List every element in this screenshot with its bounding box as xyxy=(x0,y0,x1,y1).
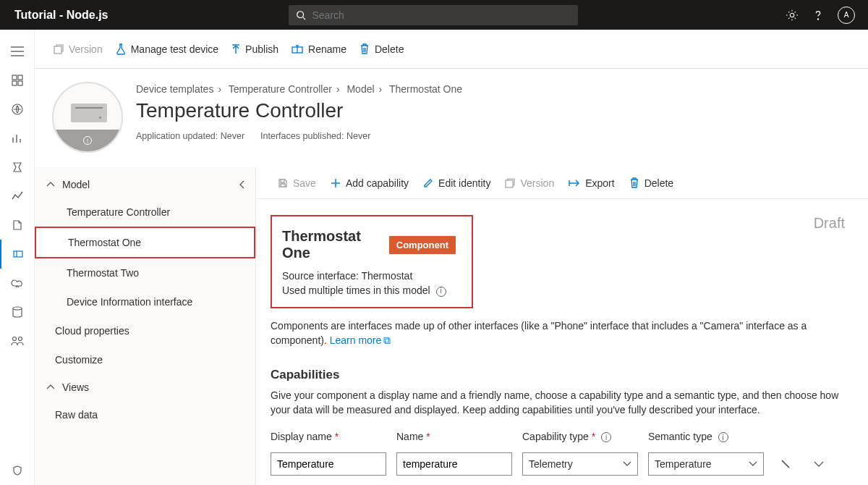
model-sidebar: Model Temperature Controller Thermostat … xyxy=(35,167,256,485)
breadcrumb-thermostat-one: Thermostat One xyxy=(389,83,462,95)
publish-icon xyxy=(231,44,240,54)
svg-rect-9 xyxy=(12,81,17,85)
col-display-name: Display name xyxy=(271,431,386,442)
rail-jobs-icon[interactable] xyxy=(0,153,35,182)
col-cap-type: Capability type i xyxy=(522,431,638,442)
svg-rect-8 xyxy=(18,75,22,80)
sidebar-item-thermostat-two[interactable]: Thermostat Two xyxy=(35,258,255,287)
search-input[interactable] xyxy=(312,9,571,21)
external-link-icon: ⧉ xyxy=(383,334,391,346)
rename-button[interactable]: Rename xyxy=(292,43,346,55)
interfaces-published-label: Interfaces published: Never xyxy=(260,131,370,141)
sidebar-item-thermostat-one[interactable]: Thermostat One xyxy=(35,227,255,258)
svg-point-19 xyxy=(18,337,22,341)
svg-point-17 xyxy=(13,307,22,310)
help-icon[interactable] xyxy=(812,9,825,22)
rail-devices-icon[interactable] xyxy=(0,95,35,124)
sidebar-model-header[interactable]: Model xyxy=(35,172,255,198)
upload-icon[interactable]: ↑ xyxy=(83,136,92,145)
delete-button[interactable]: Delete xyxy=(359,43,404,55)
publish-button[interactable]: Publish xyxy=(231,43,278,55)
sidebar-item-device-info[interactable]: Device Information interface xyxy=(35,287,255,316)
rail-rules-icon[interactable] xyxy=(0,182,35,211)
svg-rect-7 xyxy=(12,75,17,80)
capabilities-heading: Capabilities xyxy=(271,368,846,382)
component-header-block: Thermostat One Component Source interfac… xyxy=(271,215,473,308)
sidebar-item-customize[interactable]: Customize xyxy=(35,345,255,374)
learn-more-link[interactable]: Learn more⧉ xyxy=(330,334,391,346)
manage-test-device-button[interactable]: Manage test device xyxy=(116,43,218,55)
left-rail xyxy=(0,30,35,485)
app-updated-label: Application updated: Never xyxy=(136,131,244,141)
search-icon xyxy=(296,10,306,20)
rail-cloud-icon[interactable] xyxy=(0,269,35,298)
rail-dashboard-icon[interactable] xyxy=(0,66,35,95)
svg-point-0 xyxy=(297,11,304,17)
svg-rect-15 xyxy=(14,251,22,257)
avatar[interactable]: A xyxy=(838,7,855,24)
flask-icon xyxy=(116,43,126,55)
col-name: Name xyxy=(396,431,512,442)
version-icon xyxy=(54,44,64,54)
sidebar-item-temperature-controller[interactable]: Temperature Controller xyxy=(35,198,255,227)
save-button[interactable]: Save xyxy=(278,177,316,189)
svg-rect-10 xyxy=(18,81,22,85)
page-title: Temperature Controller xyxy=(136,99,462,122)
chevron-down-icon xyxy=(623,461,631,467)
svg-rect-20 xyxy=(54,46,61,54)
settings-icon[interactable] xyxy=(786,9,799,22)
rail-templates-icon[interactable] xyxy=(0,240,35,269)
app-title: Tutorial - Node.js xyxy=(0,9,122,22)
breadcrumb-model[interactable]: Model xyxy=(346,83,374,95)
breadcrumb-temperature-controller[interactable]: Temperature Controller xyxy=(229,83,332,95)
edit-icon xyxy=(423,178,433,188)
svg-rect-29 xyxy=(506,180,513,187)
svg-line-1 xyxy=(303,17,306,20)
chevron-up-icon xyxy=(46,384,55,390)
component-title: Thermostat One xyxy=(282,228,379,261)
edit-identity-button[interactable]: Edit identity xyxy=(423,177,490,189)
export-button[interactable]: Export xyxy=(569,177,614,189)
sidebar-views-header[interactable]: Views xyxy=(35,374,255,400)
sidebar-item-cloud-properties[interactable]: Cloud properties xyxy=(35,316,255,345)
component-badge: Component xyxy=(389,236,456,254)
breadcrumb: Device templates› Temperature Controller… xyxy=(136,83,462,95)
rail-analytics-icon[interactable] xyxy=(0,124,35,153)
version-button[interactable]: Version xyxy=(54,43,103,55)
rail-users-icon[interactable] xyxy=(0,326,35,355)
template-icon: ↑ xyxy=(52,82,123,153)
svg-point-3 xyxy=(817,18,818,19)
capability-type-select[interactable]: Telemetry xyxy=(522,452,638,476)
display-name-input[interactable] xyxy=(271,452,386,476)
semantic-type-select[interactable]: Temperature xyxy=(648,452,764,476)
info-icon[interactable]: i xyxy=(436,287,446,297)
sidebar-item-raw-data[interactable]: Raw data xyxy=(35,400,255,429)
remove-row-button[interactable] xyxy=(774,459,797,469)
add-capability-button[interactable]: Add capability xyxy=(331,177,409,189)
expand-row-button[interactable] xyxy=(807,460,830,468)
trash-icon xyxy=(629,177,639,188)
info-icon[interactable]: i xyxy=(718,432,728,442)
plus-icon xyxy=(331,178,341,188)
chevron-left-icon[interactable] xyxy=(239,180,245,189)
rail-admin-icon[interactable] xyxy=(0,456,35,485)
rail-storage-icon[interactable] xyxy=(0,298,35,326)
name-input[interactable] xyxy=(396,452,512,476)
version-icon xyxy=(505,178,515,188)
content-version-button[interactable]: Version xyxy=(505,177,554,189)
content-delete-button[interactable]: Delete xyxy=(629,177,673,189)
hamburger-icon[interactable] xyxy=(0,37,35,66)
status-draft: Draft xyxy=(814,215,846,232)
info-icon[interactable]: i xyxy=(601,432,611,442)
col-sem-type: Semantic type i xyxy=(648,431,764,442)
chevron-up-icon xyxy=(46,182,55,187)
used-multiple-label: Used multiple times in this model i xyxy=(282,283,456,298)
content-toolbar: Save Add capability Edit identity Versio… xyxy=(256,167,868,199)
rail-export-icon[interactable] xyxy=(0,211,35,240)
command-bar: Version Manage test device Publish Renam… xyxy=(35,30,868,69)
rename-icon xyxy=(292,45,303,54)
breadcrumb-device-templates[interactable]: Device templates xyxy=(136,83,213,95)
search-bar[interactable] xyxy=(289,5,578,25)
svg-point-18 xyxy=(12,337,16,341)
export-icon xyxy=(569,179,580,187)
